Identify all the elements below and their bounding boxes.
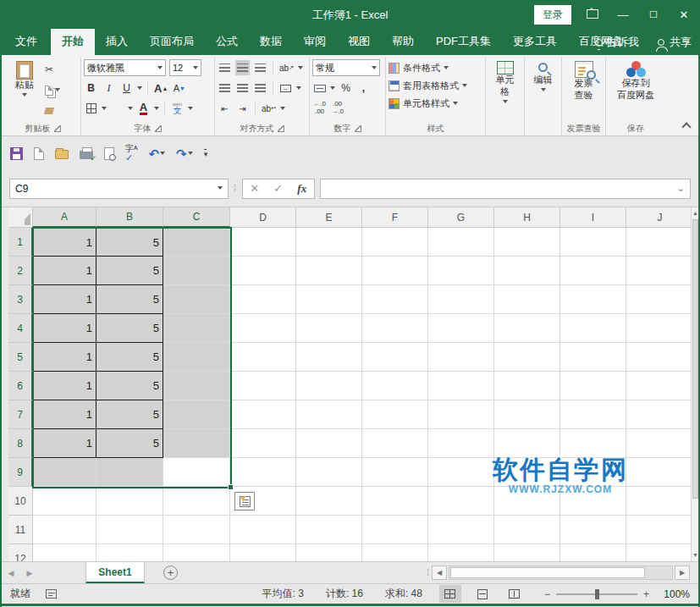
customize-qat-button[interactable]: ▾ — [204, 149, 207, 158]
row-header-10[interactable]: 10 — [8, 487, 33, 516]
cell-A9[interactable] — [33, 458, 96, 487]
cell-J1[interactable] — [626, 228, 694, 257]
collapse-ribbon-button[interactable] — [681, 122, 691, 131]
save-to-baidu-button[interactable]: 保存到 百度网盘 — [614, 58, 658, 122]
vertical-scroll-thumb[interactable] — [692, 219, 698, 499]
tab-file[interactable]: 文件 — [2, 29, 51, 55]
cell-E2[interactable] — [296, 257, 362, 285]
cell-D1[interactable] — [230, 228, 296, 257]
cell-F11[interactable] — [362, 516, 428, 544]
row-header-6[interactable]: 6 — [8, 372, 33, 400]
column-header-F[interactable]: F — [362, 207, 428, 228]
quick-print-button[interactable] — [80, 147, 93, 159]
cell-F5[interactable] — [362, 343, 428, 372]
cell-C6[interactable] — [163, 372, 230, 400]
cell-D5[interactable] — [230, 343, 296, 372]
tab-help[interactable]: 帮助 — [381, 29, 425, 55]
fill-color-button[interactable] — [110, 101, 124, 116]
cell-F4[interactable] — [362, 314, 428, 343]
row-header-5[interactable]: 5 — [8, 343, 33, 372]
cell-G6[interactable] — [428, 372, 494, 400]
tab-data[interactable]: 数据 — [249, 29, 293, 55]
cell-B11[interactable] — [96, 516, 163, 544]
cell-E11[interactable] — [296, 516, 362, 544]
cell-A6[interactable]: 1 — [33, 372, 96, 400]
cell-I4[interactable] — [560, 314, 626, 343]
cell-C9[interactable] — [163, 458, 230, 487]
expand-formula-bar-icon[interactable]: ⌄ — [677, 183, 685, 194]
cell-A3[interactable]: 1 — [33, 285, 96, 314]
cell-D6[interactable] — [230, 372, 296, 400]
percent-style-button[interactable]: % — [339, 80, 353, 96]
accounting-format-button[interactable] — [312, 80, 327, 96]
macro-record-icon[interactable] — [46, 589, 57, 599]
cell-B1[interactable]: 5 — [96, 228, 163, 257]
cell-C2[interactable] — [163, 257, 230, 285]
scroll-up-arrow[interactable]: ▲ — [692, 207, 698, 219]
decrease-decimal-button[interactable]: .00 →.0 — [330, 101, 344, 116]
cell-D4[interactable] — [230, 314, 296, 343]
cell-E6[interactable] — [296, 372, 362, 400]
cell-G11[interactable] — [428, 516, 494, 544]
row-header-7[interactable]: 7 — [8, 400, 33, 429]
cell-F10[interactable] — [362, 487, 428, 516]
cell-G2[interactable] — [428, 257, 494, 285]
cell-H6[interactable] — [494, 372, 560, 400]
minimize-button[interactable]: — — [614, 8, 632, 21]
column-header-D[interactable]: D — [230, 207, 296, 228]
cell-J9[interactable] — [626, 458, 694, 487]
cell-F7[interactable] — [362, 400, 428, 429]
column-header-I[interactable]: I — [560, 207, 626, 228]
increase-font-button[interactable]: A▲ — [153, 80, 168, 96]
cell-E12[interactable] — [296, 544, 362, 561]
cell-C8[interactable] — [163, 429, 230, 458]
column-header-A[interactable]: A — [33, 207, 96, 228]
cell-J7[interactable] — [626, 400, 694, 429]
insert-function-button[interactable]: fx — [290, 182, 314, 196]
cell-A2[interactable]: 1 — [33, 257, 96, 285]
merge-center-button[interactable]: ↔ — [278, 80, 293, 96]
cell-G9[interactable] — [428, 458, 494, 487]
page-break-view-button[interactable] — [504, 585, 526, 603]
alignment-dialog-launcher[interactable] — [278, 125, 284, 132]
cell-G8[interactable] — [428, 429, 494, 458]
cell-E8[interactable] — [296, 429, 362, 458]
select-all-corner[interactable] — [8, 207, 33, 228]
cell-A12[interactable] — [33, 544, 96, 561]
cell-A5[interactable]: 1 — [33, 343, 96, 372]
share-button[interactable]: 共享 — [658, 35, 692, 50]
cell-C11[interactable] — [163, 516, 230, 544]
phonetic-guide-button[interactable]: wén文 — [170, 101, 185, 116]
cancel-entry-button[interactable]: ✕ — [243, 182, 267, 195]
scroll-left-arrow[interactable]: ◀ — [432, 566, 447, 580]
row-header-4[interactable]: 4 — [8, 314, 33, 343]
close-button[interactable]: ✕ — [675, 8, 693, 21]
column-header-G[interactable]: G — [428, 207, 494, 228]
copy-button[interactable] — [43, 83, 62, 98]
zoom-slider[interactable] — [556, 593, 637, 595]
zoom-slider-thumb[interactable] — [595, 589, 599, 599]
cell-G4[interactable] — [428, 314, 494, 343]
zoom-out-button[interactable]: − — [544, 588, 550, 600]
cell-I9[interactable] — [560, 458, 626, 487]
horizontal-scroll-thumb[interactable] — [450, 567, 645, 578]
conditional-formatting-button[interactable]: 条件格式 — [389, 60, 482, 76]
cell-G7[interactable] — [428, 400, 494, 429]
scroll-down-arrow[interactable]: ▼ — [692, 549, 698, 561]
cells-button[interactable]: 单元格 — [488, 58, 521, 122]
cell-I1[interactable] — [560, 228, 626, 257]
cell-F12[interactable] — [362, 544, 428, 561]
bold-button[interactable]: B — [84, 80, 98, 96]
cell-E10[interactable] — [296, 487, 362, 516]
cell-C5[interactable] — [163, 343, 230, 372]
decrease-indent-button[interactable]: ⇤ — [218, 101, 232, 116]
cell-J2[interactable] — [626, 257, 694, 285]
row-header-2[interactable]: 2 — [8, 257, 33, 285]
cell-E4[interactable] — [296, 314, 362, 343]
font-color-button[interactable]: A — [136, 101, 151, 116]
formula-bar-splitter[interactable]: ⁞ — [234, 184, 237, 193]
cell-B3[interactable]: 5 — [96, 285, 163, 314]
font-size-select[interactable]: 12 — [169, 59, 201, 76]
tab-review[interactable]: 审阅 — [293, 29, 337, 55]
tab-formulas[interactable]: 公式 — [205, 29, 249, 55]
